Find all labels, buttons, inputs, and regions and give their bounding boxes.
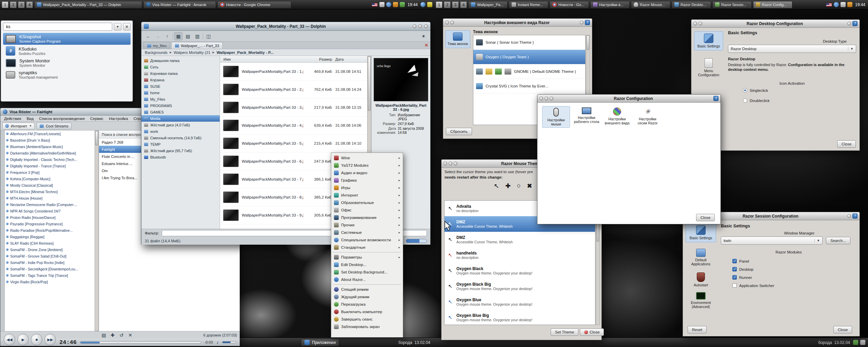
place-home2[interactable]: home xyxy=(141,89,220,96)
list-item[interactable]: Mostly Classical [Classical] xyxy=(5,182,95,188)
list-item[interactable]: Proton Radio [House/Dance] xyxy=(5,214,95,221)
menu-item-standby[interactable]: Ждущий режим xyxy=(331,293,403,301)
stream-list-scrollbar[interactable] xyxy=(95,130,99,331)
list-item[interactable]: Darkerradio [Alternative/Indie/Goth/Wave… xyxy=(5,150,95,156)
titlebar[interactable]: Настройки внешнего вида Razor ? xyxy=(443,19,592,27)
table-row[interactable]: WallpaperPackMortality,Part 33 - 4.jpg63… xyxy=(220,117,367,135)
workspace-button-3-right[interactable]: 3 xyxy=(452,1,459,8)
close-button[interactable] xyxy=(424,24,428,28)
split-view-icon[interactable]: ◫ xyxy=(204,32,213,40)
app-menu-button[interactable]: Приложения xyxy=(301,339,339,346)
save-playlist-icon[interactable]: ▤ xyxy=(101,332,107,338)
menu-item-logout[interactable]: Завершить сеанс xyxy=(331,315,403,323)
list-item[interactable]: Psyradio [Progressive Psytrance] xyxy=(5,221,95,227)
volume-tray-icon[interactable] xyxy=(400,2,405,7)
menu-item-graphics[interactable]: Графика▸ xyxy=(331,177,403,184)
sidebar-item-menu-configuration[interactable]: Menu Configuration xyxy=(694,56,723,79)
checkbox-desktop[interactable]: ✓Desktop xyxy=(732,267,753,271)
details-view-icon[interactable]: ▤ xyxy=(184,32,192,40)
list-item[interactable]: Kohina [Computer-Music] xyxy=(5,176,95,182)
flag-us-icon[interactable] xyxy=(826,3,832,7)
tab-wallpaper-part33[interactable]: Wallpaper_... - Part_33 xyxy=(171,42,223,49)
menu-item-wine[interactable]: Wine▸ xyxy=(331,154,403,162)
list-item[interactable]: Digitally Imported - Trance [Trance] xyxy=(5,163,95,169)
place-home[interactable]: Домашняя папка xyxy=(141,57,220,64)
place-hdd-95gb[interactable]: Жёсткий диск (95,7 ГиБ) xyxy=(141,147,220,154)
list-item[interactable]: GNOME ( Default GNOME Theme ) xyxy=(473,64,585,79)
workspace-button-4[interactable]: 4 xyxy=(26,1,33,8)
list-item[interactable]: Crystal SVG ( Icon Theme by Ever... xyxy=(473,79,585,94)
launcher-result-system-monitor[interactable]: System MonitorSystem Monitor xyxy=(3,57,131,69)
screenshot-tray-icon[interactable] xyxy=(841,2,846,7)
bottom-clock[interactable]: борода 13.02.04 xyxy=(818,340,850,345)
list-item[interactable]: SLAY Radio [C64 Remixes] xyxy=(5,240,95,246)
list-item[interactable]: MTH.Electro [Minimal Techno] xyxy=(5,188,95,195)
launcher-result-ksnapshot[interactable]: KSnapshotScreen Capture Program xyxy=(3,33,131,45)
menu-item-games[interactable]: Игры▸ xyxy=(331,184,403,191)
taskbar-button-session-config[interactable]: Razor Sessio... xyxy=(712,1,752,8)
menu-item-sleep[interactable]: Спящий режим xyxy=(331,286,403,293)
breadcrumb-item[interactable]: Walpers Mortality (21 xyxy=(174,50,210,55)
bottom-clock[interactable]: борода 13.02.04 xyxy=(398,340,430,345)
taskbar-button-dolphin[interactable]: Wallpaper_Pack_Mortality - Part_33 — Dol… xyxy=(34,1,142,8)
stop-button[interactable]: ■ xyxy=(31,334,42,345)
klipper-tray-icon[interactable] xyxy=(420,2,426,7)
seek-slider[interactable] xyxy=(80,341,201,344)
menu-item-development[interactable]: Программирование▸ xyxy=(331,214,403,221)
place-bluetooth[interactable]: Bluetooth xyxy=(141,154,220,160)
list-item[interactable]: Radio Paradise [Rock/Pop/Alternative... xyxy=(5,227,95,233)
place-temp[interactable]: TEMP xyxy=(141,141,220,147)
list-item[interactable]: Sonar ( Sonar Icon Theme ) xyxy=(473,35,585,50)
place-network[interactable]: Сеть xyxy=(141,64,220,70)
launcher-result-synaptiks[interactable]: synaptiksTouchpad management xyxy=(3,69,131,81)
column-header-date[interactable]: Дата xyxy=(332,57,367,61)
workspace-button-2-right[interactable]: 2 xyxy=(444,1,451,8)
taskbar-button-wallpaper[interactable]: Wallpaper_Pa... xyxy=(468,1,508,8)
display-tray-icon[interactable] xyxy=(860,340,865,345)
checkbox-application-switcher[interactable]: Application Switcher xyxy=(732,283,774,288)
close-tab-icon[interactable]: ✕ xyxy=(425,43,428,48)
list-item[interactable]: Afterhours.FM [Trance/Livesets] xyxy=(5,130,95,137)
titlebar[interactable]: Razor Configuration ? xyxy=(537,95,721,103)
menu-item-edit-desktop[interactable]: Edit Desktop... xyxy=(331,261,403,268)
breadcrumb-item[interactable]: Backgrounds xyxy=(145,50,167,55)
place-hdd-4gb[interactable]: Жёсткий диск (4,0 ГиБ) xyxy=(141,122,220,128)
table-row[interactable]: WallpaperPackMortality,Part 33 - 5.jpg21… xyxy=(220,135,367,152)
menu-settings[interactable]: Настройка xyxy=(106,116,131,121)
help-button[interactable]: ? xyxy=(852,213,857,219)
list-item[interactable]: Virgin Radio [Rock/Pop] xyxy=(5,279,95,285)
list-item[interactable]: MTH.House [House] xyxy=(5,195,95,201)
table-row[interactable]: WallpaperPackMortality,Part 33 - 1.jpg46… xyxy=(220,63,367,81)
menu-item-office[interactable]: Офис▸ xyxy=(331,206,403,214)
close-button[interactable]: Close xyxy=(833,326,852,333)
place-media-selected[interactable]: Media xyxy=(141,115,220,122)
place-root[interactable]: Корневая папка xyxy=(141,70,220,77)
list-item[interactable]: Bluemars [Ambient/Space-Music] xyxy=(5,143,95,150)
window-menu-button[interactable] xyxy=(443,162,447,165)
network-tray-icon[interactable] xyxy=(386,2,391,7)
column-header-size[interactable]: Размер xyxy=(303,57,332,61)
flag-us-icon[interactable] xyxy=(372,3,378,7)
menu-service[interactable]: Сервис xyxy=(88,116,106,121)
settings-icon[interactable]: ✶ xyxy=(419,32,428,40)
up-icon[interactable]: ↑ xyxy=(163,32,171,40)
list-item[interactable]: ↖Oxygen Blue BigOxygen mouse theme. Oxyg… xyxy=(445,310,595,325)
config-item-session[interactable]: ✳ Настройки сесии Razor xyxy=(634,106,662,126)
workspace-button-2[interactable]: 2 xyxy=(10,1,17,8)
minimize-button[interactable] xyxy=(545,97,548,100)
sidebar-item-environment[interactable]: Environment (Advanced) xyxy=(686,290,716,311)
place-removable[interactable]: Сменный носитель (14,9 ГиБ) xyxy=(141,135,220,141)
workspace-button-3[interactable]: 3 xyxy=(18,1,25,8)
next-track-button[interactable]: ▶▶ xyxy=(44,334,56,345)
update-tray-icon[interactable] xyxy=(393,2,398,7)
list-item[interactable]: ↖Oxygen Black BigOxygen mouse theme. Oxy… xyxy=(445,279,595,294)
previous-track-button[interactable]: ◀◀ xyxy=(4,334,15,345)
columns-view-icon[interactable]: ▥ xyxy=(193,32,201,40)
place-my-files[interactable]: My_Files xyxy=(141,96,220,102)
config-item-mouse[interactable]: Настройки мыши xyxy=(542,106,570,128)
radio-doubleclick[interactable]: Doubleclick xyxy=(743,98,770,103)
taskbar-button-razor-config[interactable]: Razor Config... xyxy=(753,1,792,8)
minimize-button[interactable] xyxy=(450,21,454,24)
window-menu-button[interactable] xyxy=(445,21,449,24)
close-button[interactable]: Close xyxy=(696,214,715,221)
